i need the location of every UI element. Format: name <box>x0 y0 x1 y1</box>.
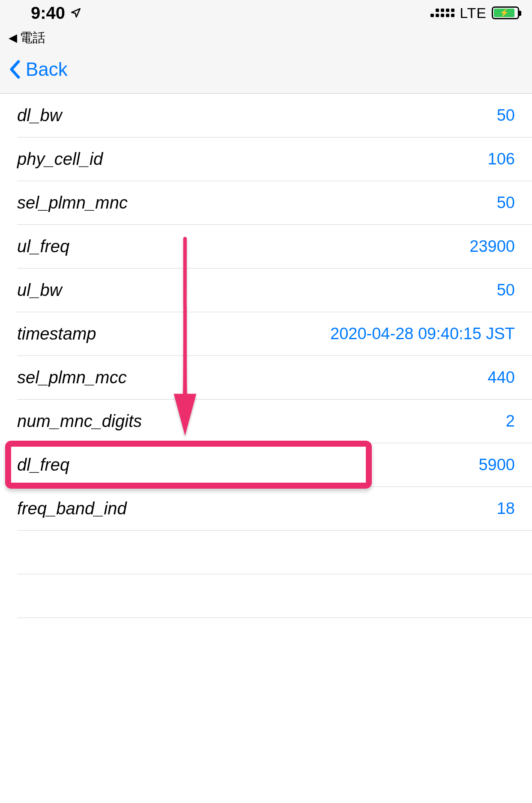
row-label: sel_plmn_mcc <box>17 368 127 387</box>
row-label: dl_freq <box>17 455 69 475</box>
list-row[interactable]: ul_freq 23900 <box>17 225 532 269</box>
chevron-left-icon <box>9 60 21 79</box>
row-label: ul_bw <box>17 281 62 300</box>
row-value: 23900 <box>469 237 515 256</box>
signal-indicator <box>430 9 454 17</box>
list-row[interactable]: dl_freq 5900 <box>17 443 532 487</box>
breadcrumb-bar: ◀ 電話 <box>0 26 532 50</box>
row-label: dl_bw <box>17 106 62 125</box>
row-value: 18 <box>497 499 515 518</box>
list-row[interactable]: sel_plmn_mcc 440 <box>17 356 532 400</box>
status-left: 9:40 <box>31 3 81 23</box>
list-row[interactable]: timestamp 2020-04-28 09:40:15 JST <box>17 312 532 356</box>
list-row[interactable]: phy_cell_id 106 <box>17 137 532 181</box>
row-value: 5900 <box>478 456 515 474</box>
location-icon <box>70 7 81 18</box>
status-bar: 9:40 LTE ⚡ <box>0 0 532 26</box>
caret-left-icon: ◀ <box>9 31 17 45</box>
battery-icon: ⚡ <box>492 6 519 19</box>
row-value: 50 <box>497 194 515 212</box>
row-label: freq_band_ind <box>17 499 127 518</box>
status-time: 9:40 <box>31 3 65 23</box>
list-row-empty: .. <box>17 574 532 618</box>
list-row[interactable]: dl_bw 50 <box>17 94 532 137</box>
row-value: 106 <box>488 150 515 168</box>
row-label: sel_plmn_mnc <box>17 193 128 212</box>
list-row[interactable]: ul_bw 50 <box>17 269 532 312</box>
list-row-highlighted[interactable]: freq_band_ind 18 <box>17 487 532 531</box>
row-value: 2 <box>506 412 515 430</box>
row-value: 2020-04-28 09:40:15 JST <box>330 325 515 343</box>
nav-bar: Back <box>0 50 532 94</box>
row-label: timestamp <box>17 324 96 343</box>
row-value: 440 <box>488 368 515 387</box>
charging-bolt-icon: ⚡ <box>499 8 509 18</box>
row-value: 50 <box>497 281 515 299</box>
list-row[interactable]: sel_plmn_mnc 50 <box>17 181 532 225</box>
row-value: 50 <box>497 106 515 125</box>
back-button[interactable]: Back <box>9 59 68 80</box>
row-label: num_mnc_digits <box>17 412 142 431</box>
row-label: ul_freq <box>17 237 69 256</box>
network-type: LTE <box>460 5 487 21</box>
status-right: LTE ⚡ <box>430 5 519 21</box>
row-label: phy_cell_id <box>17 149 103 169</box>
data-list[interactable]: dl_bw 50 phy_cell_id 106 sel_plmn_mnc 50… <box>0 94 532 618</box>
back-label: Back <box>26 59 68 80</box>
breadcrumb-return[interactable]: ◀ 電話 <box>9 29 45 47</box>
list-row-empty: .. <box>17 531 532 574</box>
list-row[interactable]: num_mnc_digits 2 <box>17 400 532 443</box>
breadcrumb-label: 電話 <box>20 29 45 47</box>
